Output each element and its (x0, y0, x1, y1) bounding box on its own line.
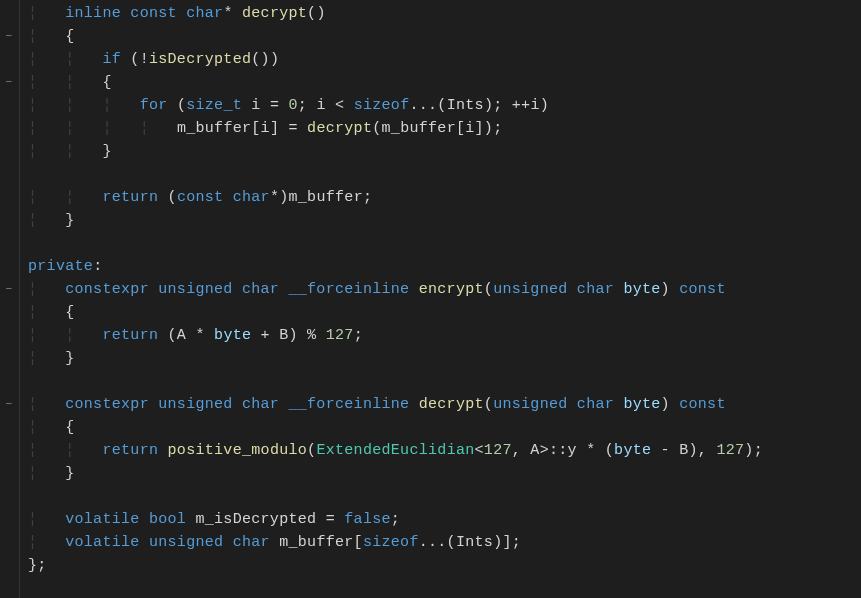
token: const (177, 189, 233, 206)
code-line[interactable] (28, 485, 763, 508)
fold-toggle-icon[interactable]: − (3, 30, 15, 42)
token: + B) % (251, 327, 325, 344)
token: ); ++i) (484, 97, 549, 114)
token: size_t (186, 97, 242, 114)
token: sizeof (363, 534, 419, 551)
fold-toggle-icon[interactable]: − (3, 76, 15, 88)
token: char (233, 534, 280, 551)
token: } (65, 212, 74, 229)
code-line[interactable]: }; (28, 554, 763, 577)
code-line[interactable]: ¦ { (28, 25, 763, 48)
token: const (130, 5, 186, 22)
token: unsigned (149, 534, 233, 551)
code-line[interactable]: ¦ ¦ { (28, 71, 763, 94)
token: byte (614, 442, 651, 459)
code-line[interactable] (28, 232, 763, 255)
token: byte (623, 396, 660, 413)
token: 127 (326, 327, 354, 344)
token: ( (177, 97, 186, 114)
token: ( (307, 442, 316, 459)
fold-toggle-icon[interactable]: − (3, 283, 15, 295)
code-line[interactable]: ¦ ¦ if (!isDecrypted()) (28, 48, 763, 71)
token: return (102, 442, 167, 459)
token: char (242, 396, 289, 413)
code-editor[interactable]: ¦ inline const char* decrypt()¦ {¦ ¦ if … (20, 0, 763, 598)
token: decrypt (242, 5, 307, 22)
token: ( (484, 281, 493, 298)
token: m_isDecrypted (195, 511, 316, 528)
token: Ints (447, 97, 484, 114)
token: ( (372, 120, 381, 137)
token: 127 (484, 442, 512, 459)
token: i = (242, 97, 289, 114)
token: decrypt (419, 396, 484, 413)
token: } (102, 143, 111, 160)
token: constexpr (65, 281, 158, 298)
code-line[interactable]: ¦ volatile bool m_isDecrypted = false; (28, 508, 763, 531)
token: { (102, 74, 111, 91)
token: false (344, 511, 391, 528)
token: 127 (716, 442, 744, 459)
code-line[interactable] (28, 370, 763, 393)
code-line[interactable] (28, 163, 763, 186)
token: )]; (493, 534, 521, 551)
token: m_buffer (279, 534, 353, 551)
token: ; i < (298, 97, 354, 114)
code-line[interactable]: ¦ } (28, 462, 763, 485)
token: { (65, 304, 74, 321)
token: volatile (65, 511, 149, 528)
token: Ints (456, 534, 493, 551)
token: ; (391, 511, 400, 528)
token: if (102, 51, 130, 68)
code-line[interactable]: ¦ } (28, 347, 763, 370)
code-line[interactable]: ¦ ¦ return positive_modulo(ExtendedEucli… (28, 439, 763, 462)
token: char (242, 281, 289, 298)
token: __forceinline (288, 281, 418, 298)
token: encrypt (419, 281, 484, 298)
token: : (93, 258, 102, 275)
code-line[interactable]: ¦ } (28, 209, 763, 232)
code-line[interactable]: ¦ { (28, 416, 763, 439)
code-line[interactable]: ¦ constexpr unsigned char __forceinline … (28, 393, 763, 416)
token: } (65, 350, 74, 367)
token: volatile (65, 534, 149, 551)
token: = (316, 511, 344, 528)
code-line[interactable]: ¦ ¦ ¦ ¦ m_buffer[i] = decrypt(m_buffer[i… (28, 117, 763, 140)
code-line[interactable]: private: (28, 255, 763, 278)
token: * (223, 5, 242, 22)
token: } (65, 465, 74, 482)
token: ()) (251, 51, 279, 68)
token: ...( (409, 97, 446, 114)
code-line[interactable]: ¦ ¦ return (A * byte + B) % 127; (28, 324, 763, 347)
token: { (65, 419, 74, 436)
token: decrypt (307, 120, 372, 137)
token: ...( (419, 534, 456, 551)
code-line[interactable]: ¦ ¦ ¦ for (size_t i = 0; i < sizeof...(I… (28, 94, 763, 117)
token: unsigned (158, 396, 242, 413)
token: byte (214, 327, 251, 344)
code-line[interactable]: ¦ inline const char* decrypt() (28, 2, 763, 25)
token: ) (661, 281, 680, 298)
code-line[interactable]: ¦ volatile unsigned char m_buffer[sizeof… (28, 531, 763, 554)
code-line[interactable]: ¦ ¦ return (const char*)m_buffer; (28, 186, 763, 209)
code-line[interactable]: ¦ { (28, 301, 763, 324)
token: for (140, 97, 177, 114)
token: inline (65, 5, 130, 22)
token: { (65, 28, 74, 45)
token: char (186, 5, 223, 22)
code-line[interactable]: ¦ constexpr unsigned char __forceinline … (28, 278, 763, 301)
token: bool (149, 511, 196, 528)
token: 0 (289, 97, 298, 114)
token: unsigned (493, 281, 577, 298)
fold-toggle-icon[interactable]: − (3, 398, 15, 410)
token: ) (661, 396, 680, 413)
token: m_buffer (382, 120, 456, 137)
code-line[interactable]: ¦ ¦ } (28, 140, 763, 163)
token: isDecrypted (149, 51, 251, 68)
token: }; (28, 557, 47, 574)
token: private (28, 258, 93, 275)
token: unsigned (493, 396, 577, 413)
token: , A>::y * ( (512, 442, 614, 459)
token: [ (354, 534, 363, 551)
token: ; (354, 327, 363, 344)
